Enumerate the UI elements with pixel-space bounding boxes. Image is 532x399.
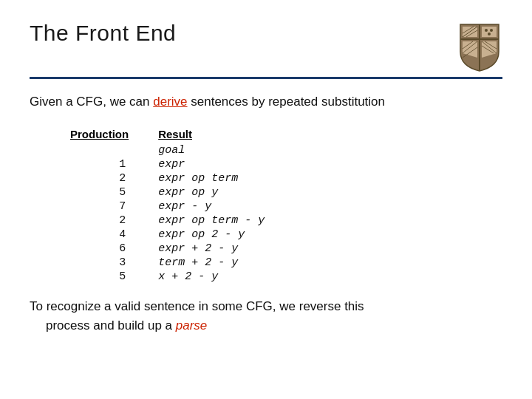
table-row: goal <box>70 143 294 157</box>
result-cell: x + 2 - y <box>158 270 294 284</box>
table-section: Production Result goal1expr2expr op term… <box>70 128 502 284</box>
svg-point-6 <box>490 29 493 32</box>
table-row: 2expr op term - y <box>70 214 294 228</box>
footer-text: To recognize a valid sentence in some CF… <box>30 297 502 336</box>
production-cell: 2 <box>70 171 158 185</box>
subtitle-suffix: sentences by repeated substitution <box>188 95 385 109</box>
production-cell: 6 <box>70 242 158 256</box>
production-cell: 1 <box>70 157 158 171</box>
production-cell: 4 <box>70 228 158 242</box>
footer-line1: To recognize a valid sentence in some CF… <box>30 299 364 313</box>
production-cell: 5 <box>70 270 158 284</box>
table-row: 2expr op term <box>70 171 294 185</box>
subtitle-prefix: Given a CFG, we can <box>30 95 153 109</box>
result-cell: expr op y <box>158 185 294 200</box>
slide-container: The Front End <box>0 0 532 399</box>
production-table: Production Result goal1expr2expr op term… <box>70 128 294 284</box>
table-row: 1expr <box>70 157 294 171</box>
col-result-header: Result <box>158 128 294 143</box>
result-cell: expr op term <box>158 171 294 185</box>
table-row: 5x + 2 - y <box>70 270 294 284</box>
result-cell: expr op term - y <box>158 214 294 228</box>
result-cell: goal <box>158 143 294 157</box>
production-cell: 7 <box>70 200 158 214</box>
production-cell: 2 <box>70 214 158 228</box>
university-crest <box>457 21 502 72</box>
title-area: The Front End <box>30 21 502 79</box>
production-cell: 3 <box>70 256 158 270</box>
result-cell: expr - y <box>158 200 294 214</box>
subtitle-text: Given a CFG, we can derive sentences by … <box>30 92 502 112</box>
result-cell: expr <box>158 157 294 171</box>
table-row: 5expr op y <box>70 185 294 200</box>
table-row: 7expr - y <box>70 200 294 214</box>
footer-line2-prefix: process and build up a <box>46 318 176 332</box>
parse-word: parse <box>176 318 208 332</box>
slide-title: The Front End <box>30 21 176 46</box>
derive-word: derive <box>153 95 187 109</box>
table-row: 3term + 2 - y <box>70 256 294 270</box>
production-cell <box>70 143 158 157</box>
result-cell: expr + 2 - y <box>158 242 294 256</box>
production-cell: 5 <box>70 185 158 200</box>
footer-line2: process and build up a parse <box>46 318 207 332</box>
svg-point-5 <box>485 29 488 32</box>
result-cell: term + 2 - y <box>158 256 294 270</box>
result-cell: expr op 2 - y <box>158 228 294 242</box>
table-row: 4expr op 2 - y <box>70 228 294 242</box>
table-row: 6expr + 2 - y <box>70 242 294 256</box>
col-production-header: Production <box>70 128 158 143</box>
svg-point-7 <box>488 33 491 35</box>
